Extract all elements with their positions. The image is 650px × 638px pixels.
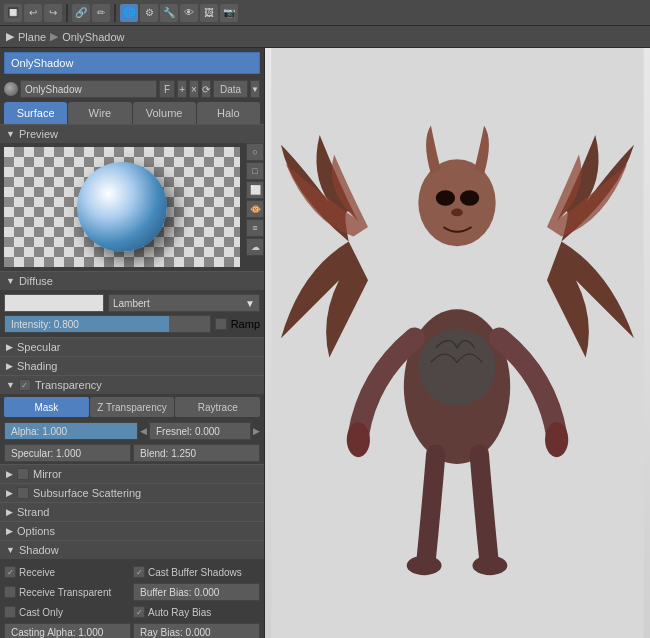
transparency-triangle: ▼ [6, 380, 15, 390]
breadcrumb-icon: ▶ [6, 30, 14, 43]
mirror-header[interactable]: ▶ Mirror [0, 464, 264, 483]
toolbar-icon-11[interactable]: 📷 [220, 4, 238, 22]
right-panel [265, 48, 650, 638]
ramp-checkbox[interactable] [215, 318, 227, 330]
svg-point-5 [460, 190, 479, 205]
receive-transparent-label: Receive Transparent [19, 587, 111, 598]
transparency-header[interactable]: ▼ ✓ Transparency [0, 375, 264, 394]
auto-ray-bias-checkbox[interactable]: ✓ [133, 606, 145, 618]
breadcrumb-plane[interactable]: Plane [18, 31, 46, 43]
trans-tab-mask[interactable]: Mask [4, 397, 89, 417]
diffuse-label: Diffuse [19, 275, 53, 287]
material-del-btn[interactable]: ⟳ [201, 80, 211, 98]
material-selector-field[interactable] [20, 80, 157, 98]
casting-alpha-field[interactable]: Casting Alpha: 1.000 [4, 623, 131, 638]
receive-row: ✓ Receive [4, 563, 131, 581]
top-toolbar: 🔲 ↩ ↪ 🔗 ✏ 🌐 ⚙ 🔧 👁 🖼 📷 [0, 0, 650, 26]
options-triangle: ▶ [6, 526, 13, 536]
preview-sphere-btn[interactable]: ○ [246, 143, 264, 161]
diffuse-color-swatch[interactable] [4, 294, 104, 312]
breadcrumb-sep: ▶ [50, 30, 58, 43]
preview-header[interactable]: ▼ Preview [0, 124, 264, 143]
options-header[interactable]: ▶ Options [0, 521, 264, 540]
toolbar-icon-3[interactable]: ↪ [44, 4, 62, 22]
toolbar-icon-7[interactable]: ⚙ [140, 4, 158, 22]
alpha-field[interactable]: Alpha: 1.000 [4, 422, 138, 440]
material-data-btn[interactable]: Data [213, 80, 248, 98]
toolbar-sep-1 [66, 4, 68, 22]
preview-plane-btn[interactable]: □ [246, 162, 264, 180]
diffuse-shader-label: Lambert [113, 298, 150, 309]
shading-header[interactable]: ▶ Shading [0, 356, 264, 375]
preview-sky-btn[interactable]: ☁ [246, 238, 264, 256]
material-browse-btn[interactable]: + [177, 80, 187, 98]
auto-ray-bias-label: Auto Ray Bias [148, 607, 211, 618]
mirror-label: Mirror [33, 468, 62, 480]
blend-field[interactable]: Blend: 1.250 [133, 444, 260, 462]
shadow-two-col: ✓ Receive Receive Transparent Cast Only … [4, 563, 260, 638]
toolbar-icon-2[interactable]: ↩ [24, 4, 42, 22]
tab-wire[interactable]: Wire [68, 102, 131, 124]
mirror-triangle: ▶ [6, 469, 13, 479]
subsurface-label: Subsurface Scattering [33, 487, 141, 499]
preview-monkey-btn[interactable]: 🐵 [246, 200, 264, 218]
tab-volume[interactable]: Volume [133, 102, 196, 124]
toolbar-icon-5[interactable]: ✏ [92, 4, 110, 22]
preview-section: ○ □ ⬜ 🐵 ≡ ☁ [0, 143, 264, 271]
cast-only-label: Cast Only [19, 607, 63, 618]
shadow-section: ✓ Receive Receive Transparent Cast Only … [0, 559, 264, 638]
specular-label: Specular [17, 341, 60, 353]
receive-checkbox[interactable]: ✓ [4, 566, 16, 578]
toolbar-icon-9[interactable]: 👁 [180, 4, 198, 22]
toolbar-icon-8[interactable]: 🔧 [160, 4, 178, 22]
tab-halo[interactable]: Halo [197, 102, 260, 124]
ramp-checkbox-row: Ramp [215, 318, 260, 330]
casting-alpha-label: Casting Alpha: 1.000 [11, 627, 103, 638]
diffuse-intensity-field[interactable]: Intensity: 0.800 [4, 315, 211, 333]
buffer-bias-field[interactable]: Buffer Bias: 0.000 [133, 583, 260, 601]
cast-buffer-checkbox[interactable]: ✓ [133, 566, 145, 578]
transparency-tabs: Mask Z Transparency Raytrace [4, 397, 260, 417]
subsurface-header[interactable]: ▶ Subsurface Scattering [0, 483, 264, 502]
alpha-label: Alpha: 1.000 [11, 426, 67, 437]
specular-header[interactable]: ▶ Specular [0, 337, 264, 356]
breadcrumb-material[interactable]: OnlyShadow [62, 31, 124, 43]
transparency-label: Transparency [35, 379, 102, 391]
trans-specular-field[interactable]: Specular: 1.000 [4, 444, 131, 462]
shadow-right-col: ✓ Cast Buffer Shadows Buffer Bias: 0.000… [133, 563, 260, 638]
toolbar-icon-10[interactable]: 🖼 [200, 4, 218, 22]
preview-cube-btn[interactable]: ⬜ [246, 181, 264, 199]
toolbar-icon-6[interactable]: 🌐 [120, 4, 138, 22]
subsurface-checkbox[interactable] [17, 487, 29, 499]
left-panel: OnlyShadow F + × ⟳ Data ▼ Surface Wire V… [0, 48, 265, 638]
svg-point-9 [407, 556, 442, 575]
mirror-checkbox[interactable] [17, 468, 29, 480]
material-add-btn[interactable]: × [189, 80, 199, 98]
ray-bias-field[interactable]: Ray Bias: 0.000 [133, 623, 260, 638]
toolbar-icon-1[interactable]: 🔲 [4, 4, 22, 22]
cast-only-checkbox[interactable] [4, 606, 16, 618]
preview-hair-btn[interactable]: ≡ [246, 219, 264, 237]
cast-buffer-row: ✓ Cast Buffer Shadows [133, 563, 260, 581]
shadow-header[interactable]: ▼ Shadow [0, 540, 264, 559]
toolbar-icon-4[interactable]: 🔗 [72, 4, 90, 22]
options-label: Options [17, 525, 55, 537]
trans-tab-z[interactable]: Z Transparency [90, 397, 175, 417]
receive-label: Receive [19, 567, 55, 578]
material-dropdown-btn[interactable]: ▼ [250, 80, 260, 98]
material-name-input[interactable]: OnlyShadow [4, 52, 260, 74]
trans-tab-raytrace[interactable]: Raytrace [175, 397, 260, 417]
preview-canvas [4, 147, 240, 267]
strand-header[interactable]: ▶ Strand [0, 502, 264, 521]
tab-surface[interactable]: Surface [4, 102, 67, 124]
strand-label: Strand [17, 506, 49, 518]
fresnel-arrow: ◀ [140, 426, 147, 436]
diffuse-shader-select[interactable]: Lambert ▼ [108, 294, 260, 312]
fresnel-field[interactable]: Fresnel: 0.000 [149, 422, 251, 440]
transparency-checkbox[interactable]: ✓ [19, 379, 31, 391]
svg-point-7 [347, 422, 370, 457]
svg-point-4 [436, 190, 455, 205]
diffuse-header[interactable]: ▼ Diffuse [0, 271, 264, 290]
receive-transparent-checkbox[interactable] [4, 586, 16, 598]
svg-point-2 [418, 328, 495, 405]
